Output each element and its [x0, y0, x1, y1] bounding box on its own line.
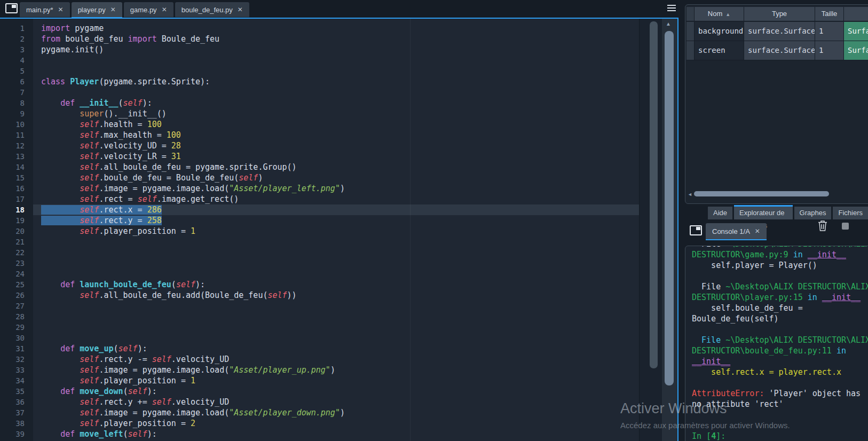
line-number[interactable]: 30	[0, 333, 25, 343]
code-line[interactable]: self.velocity_UD = 28	[33, 140, 639, 151]
close-icon[interactable]: ✕	[162, 6, 167, 13]
editor-tab-playerpy[interactable]: player.py✕	[72, 2, 122, 17]
line-number[interactable]: 6	[0, 76, 25, 87]
line-number[interactable]: 14	[0, 162, 25, 172]
code-line[interactable]	[33, 258, 639, 269]
close-icon[interactable]: ✕	[755, 227, 760, 235]
code-line[interactable]: def move_down(self):	[33, 386, 639, 397]
code-line[interactable]	[33, 66, 639, 76]
code-line[interactable]: import pygame	[33, 23, 639, 34]
code-line[interactable]: super().__init__()	[33, 108, 639, 119]
code-line[interactable]	[33, 269, 639, 279]
line-number[interactable]: 12	[0, 140, 25, 151]
browse-tabs-icon[interactable]	[5, 3, 18, 13]
code-line[interactable]: self.all_boule_de_feu = pygame.sprite.Gr…	[33, 162, 639, 172]
cell-taille[interactable]: 1	[815, 22, 844, 41]
cell-type[interactable]: surface.Surface	[744, 22, 815, 41]
code-line[interactable]: self.max_health = 100	[33, 130, 639, 140]
cell-nom[interactable]: screen	[695, 41, 744, 60]
code-line[interactable]: self.velocity_LR = 31	[33, 151, 639, 162]
line-number[interactable]: 32	[0, 354, 25, 365]
remove-console-button[interactable]	[818, 220, 827, 234]
scroll-left-arrow-icon[interactable]: ◄	[688, 191, 692, 198]
line-number[interactable]: 16	[0, 183, 25, 194]
line-number[interactable]: 3	[0, 44, 25, 55]
line-number[interactable]: 1	[0, 23, 25, 34]
code-line[interactable]: self.rect.y += self.velocity_UD	[33, 397, 639, 407]
editor-scrollbar-thumb[interactable]	[650, 21, 658, 368]
cell-nom[interactable]: background	[695, 22, 744, 41]
code-line[interactable]	[33, 301, 639, 311]
line-number[interactable]: 13	[0, 151, 25, 162]
line-number[interactable]: 9	[0, 108, 25, 119]
code-line[interactable]: self.player_position = 1	[33, 226, 639, 237]
code-line[interactable]: self.rect.y = 258	[33, 215, 639, 226]
code-line[interactable]: self.player_position = 2	[33, 418, 639, 429]
code-line[interactable]: self.all_boule_de_feu.add(Boule_de_feu(s…	[33, 290, 639, 301]
line-number[interactable]: 36	[0, 397, 25, 407]
code-line[interactable]	[33, 322, 639, 333]
line-number[interactable]: 10	[0, 119, 25, 130]
line-number[interactable]: 21	[0, 237, 25, 247]
line-number[interactable]: 17	[0, 194, 25, 204]
panel-tab-graphes[interactable]: Graphes	[794, 207, 832, 219]
editor-options-menu-icon[interactable]	[667, 5, 676, 11]
column-header-valeur[interactable]	[844, 7, 868, 21]
stop-button[interactable]	[842, 223, 849, 230]
code-line[interactable]: def move_left(self):	[33, 429, 639, 439]
line-number[interactable]: 33	[0, 365, 25, 375]
cell-type[interactable]: surface.Surface	[744, 41, 815, 60]
code-line[interactable]: self.rect.y -= self.velocity_UD	[33, 354, 639, 365]
line-number[interactable]: 4	[0, 55, 25, 66]
line-number[interactable]: 8	[0, 98, 25, 108]
line-number[interactable]: 26	[0, 290, 25, 301]
code-line[interactable]	[33, 87, 639, 98]
line-number[interactable]: 25	[0, 279, 25, 290]
panel-scrollbar-thumb[interactable]	[665, 31, 674, 385]
line-number[interactable]: 34	[0, 375, 25, 386]
code-line[interactable]: pygame.init()	[33, 44, 639, 55]
panel-tab-explorateurdevariables[interactable]: Explorateur de variables	[734, 205, 793, 219]
scroll-up-arrow-icon[interactable]: ▲	[666, 21, 671, 27]
code-line[interactable]: self.rect.x = 286	[33, 204, 639, 215]
line-number[interactable]: 39	[0, 429, 25, 439]
panel-tab-fichiers[interactable]: Fichiers	[833, 207, 868, 219]
cell-valeur[interactable]: Surface	[844, 22, 868, 41]
line-number[interactable]: 28	[0, 311, 25, 322]
close-icon[interactable]: ✕	[111, 6, 116, 13]
line-number[interactable]: 11	[0, 130, 25, 140]
code-line[interactable]: self.rect = self.image.get_rect()	[33, 194, 639, 204]
line-number[interactable]: 15	[0, 172, 25, 183]
code-line[interactable]: self.health = 100	[33, 119, 639, 130]
line-number[interactable]: 19	[0, 215, 25, 226]
variable-explorer-hscrollbar-thumb[interactable]	[694, 191, 829, 196]
editor-tab-gamepy[interactable]: game.py✕	[124, 2, 173, 17]
close-icon[interactable]: ✕	[58, 6, 64, 13]
code-line[interactable]: self.image = pygame.image.load("Asset/pl…	[33, 365, 639, 375]
line-number[interactable]: 31	[0, 343, 25, 354]
line-number[interactable]: 22	[0, 247, 25, 258]
code-line[interactable]: def __init__(self):	[33, 98, 639, 108]
line-number[interactable]: 37	[0, 407, 25, 418]
line-number[interactable]: 23	[0, 258, 25, 269]
cell-valeur[interactable]: Surface	[844, 41, 868, 60]
line-number[interactable]: 24	[0, 269, 25, 279]
code-line[interactable]	[33, 247, 639, 258]
tab-console-1a[interactable]: Console 1/A ✕	[706, 223, 767, 239]
line-number[interactable]: 7	[0, 87, 25, 98]
code-line[interactable]: def move_up(self):	[33, 343, 639, 354]
cell-taille[interactable]: 1	[815, 41, 844, 60]
code-line[interactable]: self.image = pygame.image.load("Asset/pl…	[33, 407, 639, 418]
code-line[interactable]: class Player(pygame.sprite.Sprite):	[33, 76, 639, 87]
line-number[interactable]: 5	[0, 66, 25, 76]
line-number[interactable]: 20	[0, 226, 25, 237]
line-number[interactable]: 18	[0, 204, 25, 215]
editor-tab-boule_de_feupy[interactable]: boule_de_feu.py✕	[175, 2, 249, 17]
line-number[interactable]: 27	[0, 301, 25, 311]
close-icon[interactable]: ✕	[238, 6, 243, 13]
line-number[interactable]: 35	[0, 386, 25, 397]
code-line[interactable]: self.player_position = 1	[33, 375, 639, 386]
console-browse-tabs-icon[interactable]	[690, 225, 702, 235]
code-line[interactable]: self.image = pygame.image.load("Asset/pl…	[33, 183, 639, 194]
panel-tab-aide[interactable]: Aide	[708, 207, 732, 219]
